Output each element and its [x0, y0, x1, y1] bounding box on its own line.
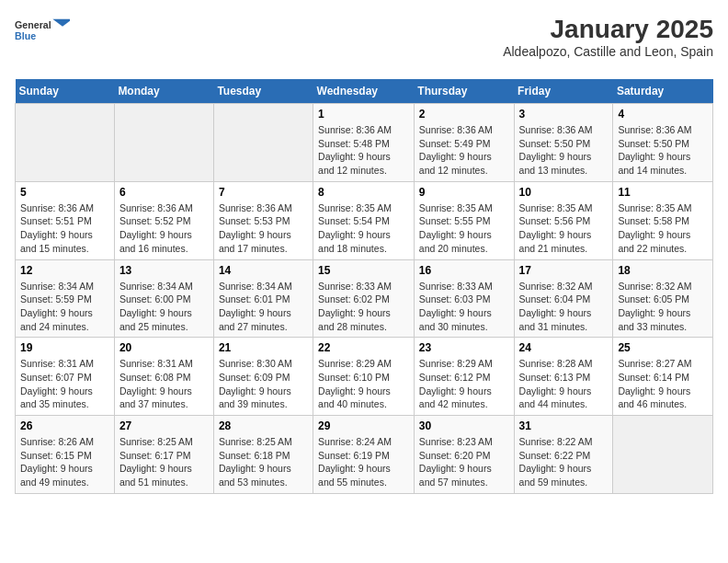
day-number: 9 — [419, 186, 509, 199]
calendar-cell: 8 Sunrise: 8:35 AM Sunset: 5:54 PM Dayli… — [313, 181, 415, 259]
sunset-text: Sunset: 5:55 PM — [419, 215, 491, 226]
sunrise-text: Sunrise: 8:25 AM — [119, 436, 193, 447]
sunset-text: Sunset: 6:19 PM — [318, 450, 390, 461]
daylight-text: Daylight: 9 hours and 12 minutes. — [419, 151, 492, 176]
sunrise-text: Sunrise: 8:34 AM — [20, 281, 94, 292]
day-number: 21 — [219, 341, 308, 354]
page-subtitle: Aldealpozo, Castille and Leon, Spain — [503, 44, 713, 59]
daylight-text: Daylight: 9 hours and 31 minutes. — [519, 307, 592, 332]
calendar-cell: 1 Sunrise: 8:36 AM Sunset: 5:48 PM Dayli… — [313, 104, 415, 182]
day-info: Sunrise: 8:36 AM Sunset: 5:51 PM Dayligh… — [20, 201, 109, 256]
day-number: 10 — [519, 186, 609, 199]
sunset-text: Sunset: 6:20 PM — [419, 450, 491, 461]
daylight-text: Daylight: 9 hours and 55 minutes. — [318, 463, 391, 488]
day-info: Sunrise: 8:33 AM Sunset: 6:02 PM Dayligh… — [318, 280, 409, 334]
day-number: 11 — [618, 186, 708, 199]
sunrise-text: Sunrise: 8:32 AM — [618, 281, 691, 292]
day-info: Sunrise: 8:32 AM Sunset: 6:04 PM Dayligh… — [519, 280, 609, 334]
sunrise-text: Sunrise: 8:33 AM — [419, 281, 493, 292]
calendar-cell: 11 Sunrise: 8:35 AM Sunset: 5:58 PM Dayl… — [613, 181, 713, 259]
day-info: Sunrise: 8:36 AM Sunset: 5:49 PM Dayligh… — [419, 123, 509, 178]
calendar-cell: 3 Sunrise: 8:36 AM Sunset: 5:50 PM Dayli… — [514, 104, 613, 182]
sunset-text: Sunset: 5:50 PM — [519, 138, 591, 149]
day-info: Sunrise: 8:34 AM Sunset: 6:01 PM Dayligh… — [219, 280, 308, 334]
sunset-text: Sunset: 5:56 PM — [519, 215, 591, 226]
day-number: 27 — [119, 419, 209, 432]
sunrise-text: Sunrise: 8:23 AM — [419, 436, 493, 447]
daylight-text: Daylight: 9 hours and 13 minutes. — [519, 151, 592, 176]
sunrise-text: Sunrise: 8:34 AM — [119, 281, 193, 292]
sunset-text: Sunset: 6:10 PM — [318, 372, 390, 383]
logo: General Blue — [15, 15, 70, 48]
day-info: Sunrise: 8:22 AM Sunset: 6:22 PM Dayligh… — [519, 435, 609, 489]
daylight-text: Daylight: 9 hours and 39 minutes. — [219, 385, 291, 410]
calendar-cell: 13 Sunrise: 8:34 AM Sunset: 6:00 PM Dayl… — [114, 259, 213, 338]
sunset-text: Sunset: 5:51 PM — [20, 215, 92, 226]
calendar-cell: 25 Sunrise: 8:27 AM Sunset: 6:14 PM Dayl… — [613, 338, 713, 416]
calendar-cell: 2 Sunrise: 8:36 AM Sunset: 5:49 PM Dayli… — [414, 104, 514, 182]
day-number: 25 — [618, 341, 708, 354]
calendar-cell: 18 Sunrise: 8:32 AM Sunset: 6:05 PM Dayl… — [613, 259, 713, 338]
daylight-text: Daylight: 9 hours and 25 minutes. — [119, 307, 192, 332]
sunset-text: Sunset: 5:52 PM — [119, 215, 191, 226]
day-info: Sunrise: 8:28 AM Sunset: 6:13 PM Dayligh… — [519, 357, 609, 411]
day-number: 18 — [618, 264, 708, 277]
day-number: 24 — [519, 341, 609, 354]
day-number: 29 — [318, 419, 409, 432]
sunset-text: Sunset: 5:48 PM — [318, 138, 390, 149]
sunset-text: Sunset: 6:04 PM — [519, 293, 591, 304]
day-number: 26 — [20, 419, 109, 432]
sunset-text: Sunset: 6:13 PM — [519, 372, 591, 383]
calendar-week-row: 19 Sunrise: 8:31 AM Sunset: 6:07 PM Dayl… — [16, 338, 713, 416]
day-info: Sunrise: 8:34 AM Sunset: 5:59 PM Dayligh… — [20, 280, 109, 334]
page-header: General Blue January 2025 Aldealpozo, Ca… — [15, 15, 713, 59]
daylight-text: Daylight: 9 hours and 46 minutes. — [618, 385, 690, 410]
day-info: Sunrise: 8:32 AM Sunset: 6:05 PM Dayligh… — [618, 280, 708, 334]
day-info: Sunrise: 8:27 AM Sunset: 6:14 PM Dayligh… — [618, 357, 708, 411]
calendar-cell: 14 Sunrise: 8:34 AM Sunset: 6:01 PM Dayl… — [213, 259, 313, 338]
calendar-week-row: 5 Sunrise: 8:36 AM Sunset: 5:51 PM Dayli… — [16, 181, 713, 259]
sunset-text: Sunset: 5:50 PM — [618, 138, 689, 149]
daylight-text: Daylight: 9 hours and 24 minutes. — [20, 307, 93, 332]
sunset-text: Sunset: 5:53 PM — [219, 215, 290, 226]
sunset-text: Sunset: 6:05 PM — [618, 293, 689, 304]
calendar-cell: 4 Sunrise: 8:36 AM Sunset: 5:50 PM Dayli… — [613, 104, 713, 182]
calendar-body: 1 Sunrise: 8:36 AM Sunset: 5:48 PM Dayli… — [16, 104, 713, 494]
svg-marker-1 — [52, 19, 70, 27]
day-info: Sunrise: 8:36 AM Sunset: 5:53 PM Dayligh… — [219, 201, 308, 256]
sunrise-text: Sunrise: 8:35 AM — [618, 202, 691, 213]
calendar-cell — [613, 416, 713, 494]
calendar-cell: 20 Sunrise: 8:31 AM Sunset: 6:08 PM Dayl… — [114, 338, 213, 416]
daylight-text: Daylight: 9 hours and 18 minutes. — [318, 229, 391, 254]
sunset-text: Sunset: 6:08 PM — [119, 372, 191, 383]
calendar-header-sunday: Sunday — [16, 79, 115, 104]
daylight-text: Daylight: 9 hours and 35 minutes. — [20, 385, 93, 410]
calendar-cell: 9 Sunrise: 8:35 AM Sunset: 5:55 PM Dayli… — [414, 181, 514, 259]
day-number: 20 — [119, 341, 209, 354]
daylight-text: Daylight: 9 hours and 17 minutes. — [219, 229, 291, 254]
sunrise-text: Sunrise: 8:36 AM — [119, 202, 193, 213]
sunset-text: Sunset: 6:09 PM — [219, 372, 290, 383]
day-number: 23 — [419, 341, 509, 354]
sunset-text: Sunset: 6:17 PM — [119, 450, 191, 461]
daylight-text: Daylight: 9 hours and 16 minutes. — [119, 229, 192, 254]
calendar-cell: 24 Sunrise: 8:28 AM Sunset: 6:13 PM Dayl… — [514, 338, 613, 416]
sunrise-text: Sunrise: 8:29 AM — [419, 358, 493, 369]
calendar-week-row: 1 Sunrise: 8:36 AM Sunset: 5:48 PM Dayli… — [16, 104, 713, 182]
sunrise-text: Sunrise: 8:36 AM — [318, 124, 392, 135]
day-info: Sunrise: 8:34 AM Sunset: 6:00 PM Dayligh… — [119, 280, 209, 334]
sunset-text: Sunset: 6:12 PM — [419, 372, 491, 383]
calendar-cell: 5 Sunrise: 8:36 AM Sunset: 5:51 PM Dayli… — [16, 181, 115, 259]
calendar-cell: 15 Sunrise: 8:33 AM Sunset: 6:02 PM Dayl… — [313, 259, 415, 338]
daylight-text: Daylight: 9 hours and 22 minutes. — [618, 229, 690, 254]
day-number: 3 — [519, 108, 609, 121]
sunrise-text: Sunrise: 8:34 AM — [219, 281, 292, 292]
day-info: Sunrise: 8:29 AM Sunset: 6:12 PM Dayligh… — [419, 357, 509, 411]
day-number: 30 — [419, 419, 509, 432]
day-number: 6 — [119, 186, 209, 199]
day-info: Sunrise: 8:24 AM Sunset: 6:19 PM Dayligh… — [318, 435, 409, 489]
day-info: Sunrise: 8:36 AM Sunset: 5:50 PM Dayligh… — [618, 123, 708, 178]
sunset-text: Sunset: 6:07 PM — [20, 372, 92, 383]
sunset-text: Sunset: 5:58 PM — [618, 215, 689, 226]
day-info: Sunrise: 8:29 AM Sunset: 6:10 PM Dayligh… — [318, 357, 409, 411]
